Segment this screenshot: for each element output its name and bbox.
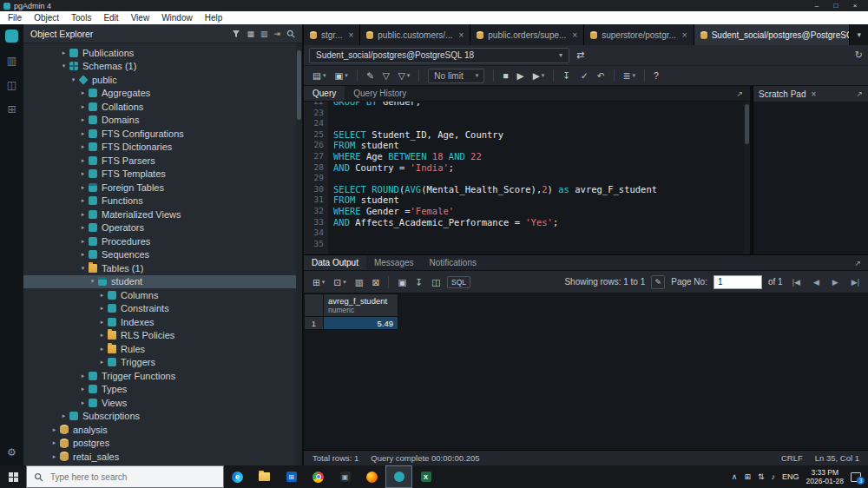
- collapse-icon[interactable]: ▾: [88, 278, 97, 285]
- pgadmin-activity-logo-icon[interactable]: [5, 30, 18, 43]
- tab-messages[interactable]: Messages: [366, 255, 422, 270]
- previous-page-button[interactable]: ◀: [810, 278, 823, 287]
- column-header-avreg-f-student[interactable]: avreg_f_studentnumeric: [324, 294, 398, 317]
- cursor-position[interactable]: Ln 35, Col 1: [815, 453, 859, 463]
- tree-item-domains[interactable]: ▸Domains: [23, 114, 302, 128]
- maximize-button[interactable]: □: [826, 0, 845, 11]
- save-file-button[interactable]: ▣▾: [331, 70, 351, 81]
- query-tool-tab-public-customers[interactable]: public.customers/...×: [360, 24, 470, 45]
- excel-taskbar-icon[interactable]: X: [412, 465, 439, 488]
- expand-icon[interactable]: ▸: [97, 346, 107, 353]
- expand-icon[interactable]: ▸: [78, 373, 88, 379]
- download-button[interactable]: ↧: [559, 70, 574, 81]
- explorer-scrollbar[interactable]: [296, 43, 302, 465]
- delete-row-button[interactable]: ⊠: [369, 277, 384, 287]
- tree-item-fts-templates[interactable]: ▸FTS Templates: [23, 168, 302, 181]
- expand-node-icon[interactable]: ⇥: [273, 30, 280, 38]
- expand-icon[interactable]: ▸: [78, 399, 88, 406]
- edit-button[interactable]: ✎: [363, 70, 378, 81]
- properties-panel-icon[interactable]: ▦: [247, 30, 254, 38]
- tree-item-rules[interactable]: ▸Rules: [23, 342, 302, 356]
- expand-icon[interactable]: ▸: [78, 197, 88, 204]
- file-explorer-taskbar-icon[interactable]: [251, 465, 278, 488]
- expand-editor-icon[interactable]: ↗: [729, 89, 750, 98]
- tab-data-output[interactable]: Data Output: [304, 255, 366, 270]
- close-tab-icon[interactable]: ×: [682, 30, 687, 40]
- execute-button[interactable]: ▶: [514, 70, 528, 81]
- tree-item-rls-policies[interactable]: ▸RLS Policies: [23, 329, 302, 343]
- tray-icon-1[interactable]: ⊞: [744, 472, 751, 481]
- chrome-taskbar-icon[interactable]: [305, 465, 332, 488]
- expand-icon[interactable]: ▸: [78, 103, 88, 110]
- reset-layout-icon[interactable]: ↻: [855, 49, 863, 61]
- activity-icon-2[interactable]: ◫: [7, 79, 16, 91]
- expand-icon[interactable]: ▸: [97, 359, 107, 366]
- tree-item-public[interactable]: ▾public: [23, 73, 302, 87]
- tree-item-collations[interactable]: ▸Collations: [23, 100, 302, 114]
- tree-item-student[interactable]: ▾student: [23, 275, 302, 289]
- minimize-button[interactable]: –: [807, 0, 826, 11]
- tree-item-fts-configurations[interactable]: ▸FTS Configurations: [23, 127, 302, 141]
- collapse-icon[interactable]: ▾: [69, 76, 78, 83]
- grid-corner-cell[interactable]: [305, 294, 324, 317]
- expand-icon[interactable]: ▸: [78, 238, 88, 245]
- expand-icon[interactable]: ▸: [78, 170, 88, 177]
- tree-item-operators[interactable]: ▸Operators: [23, 221, 302, 235]
- tab-query[interactable]: Query: [304, 86, 345, 101]
- menu-object[interactable]: Object: [28, 13, 65, 23]
- row-number-cell[interactable]: 1: [305, 317, 324, 330]
- store-taskbar-icon[interactable]: ⊞: [278, 465, 305, 488]
- close-button[interactable]: ×: [845, 0, 865, 11]
- tree-item-foreign-tables[interactable]: ▸Foreign Tables: [23, 181, 302, 195]
- expand-icon[interactable]: ▸: [78, 251, 88, 258]
- settings-gear-icon[interactable]: ⚙: [7, 446, 16, 458]
- menu-window[interactable]: Window: [155, 13, 199, 23]
- menu-edit[interactable]: Edit: [97, 13, 124, 23]
- expand-icon[interactable]: ▸: [49, 439, 59, 446]
- tree-item-subscriptions[interactable]: ▸Subscriptions: [23, 410, 302, 424]
- filter-options-button[interactable]: ▽▾: [395, 70, 414, 81]
- last-page-button[interactable]: ▶|: [848, 278, 863, 287]
- connection-select[interactable]: Sudent_social/postgres@PostgreSQL 18 ▾: [309, 48, 569, 63]
- filter-button[interactable]: ▽: [379, 70, 393, 81]
- expand-icon[interactable]: ▸: [97, 292, 107, 299]
- add-row-button[interactable]: ⊞▾: [309, 277, 328, 287]
- tray-icon-2[interactable]: ⇅: [758, 472, 765, 481]
- tree-item-functions[interactable]: ▸Functions: [23, 195, 302, 208]
- expand-icon[interactable]: ▸: [97, 319, 107, 326]
- tray-icon-3[interactable]: ♪: [772, 472, 776, 481]
- tree-item-constraints[interactable]: ▸Constraints: [23, 302, 302, 316]
- query-tool-tab-public-orders-supe[interactable]: public.orders/supe...×: [470, 24, 584, 45]
- cancel-query-button[interactable]: ■: [499, 70, 511, 81]
- expand-icon[interactable]: ▸: [78, 386, 88, 392]
- menu-file[interactable]: File: [2, 13, 28, 23]
- save-data-button[interactable]: ▣: [394, 277, 410, 287]
- next-page-button[interactable]: ▶: [829, 278, 842, 287]
- query-tool-tab-stgr[interactable]: stgr...×: [304, 24, 360, 45]
- tree-item-tables-1[interactable]: ▾Tables (1): [23, 261, 302, 275]
- collapse-icon[interactable]: ▾: [78, 265, 88, 272]
- expand-icon[interactable]: ▸: [49, 453, 59, 460]
- commit-button[interactable]: ✓: [575, 70, 592, 81]
- data-cell[interactable]: 5.49: [324, 317, 398, 330]
- menu-tools[interactable]: Tools: [65, 13, 97, 23]
- start-button[interactable]: [0, 465, 26, 488]
- sql-editor[interactable]: 2223242526272829303132333435 GROUP BY Ge…: [304, 102, 750, 254]
- expand-icon[interactable]: ▸: [78, 143, 88, 150]
- scrollbar-thumb[interactable]: [745, 104, 749, 144]
- expand-icon[interactable]: ▸: [49, 426, 59, 433]
- tree-item-materialized-views[interactable]: ▸Materialized Views: [23, 208, 302, 221]
- tree-item-types[interactable]: ▸Types: [23, 383, 302, 397]
- tree-item-fts-parsers[interactable]: ▸FTS Parsers: [23, 154, 302, 168]
- eol-indicator[interactable]: CRLF: [781, 453, 803, 463]
- close-tab-icon[interactable]: ×: [572, 30, 577, 40]
- firefox-taskbar-icon[interactable]: [358, 465, 385, 488]
- search-icon[interactable]: [286, 30, 295, 38]
- copy-button[interactable]: ⊡▾: [330, 277, 349, 287]
- close-scratch-pad-icon[interactable]: ×: [811, 89, 816, 99]
- first-page-button[interactable]: |◀: [789, 278, 804, 287]
- expand-icon[interactable]: ▸: [78, 157, 88, 164]
- taskbar-search[interactable]: [26, 465, 224, 488]
- tree-item-views[interactable]: ▸Views: [23, 396, 302, 410]
- graph-visualiser-button[interactable]: ◫: [428, 277, 444, 287]
